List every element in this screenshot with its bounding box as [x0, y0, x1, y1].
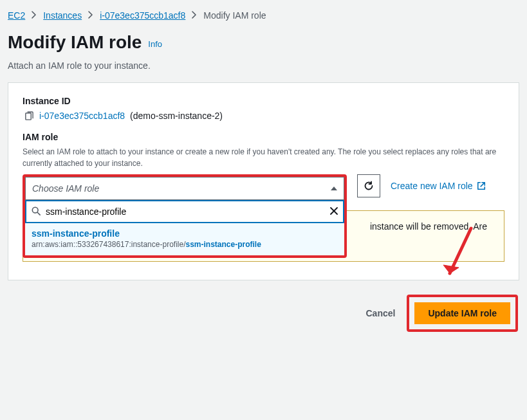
- config-panel: Instance ID i-07e3ec375ccb1acf8 (demo-ss…: [8, 82, 519, 280]
- instance-name: (demo-ssm-instance-2): [130, 111, 223, 121]
- caret-up-icon: [331, 187, 337, 190]
- update-iam-role-button[interactable]: Update IAM role: [414, 302, 510, 324]
- breadcrumb-instances[interactable]: Instances: [43, 10, 82, 21]
- external-link-icon: [477, 181, 486, 190]
- role-selection-row: Choose IAM role ssm-instance-profile arn…: [23, 174, 504, 258]
- iam-role-search-row: [25, 200, 344, 223]
- breadcrumb-current: Modify IAM role: [203, 10, 266, 21]
- iam-role-option[interactable]: ssm-instance-profile arn:aws:iam::533267…: [25, 223, 344, 255]
- svg-rect-0: [25, 113, 30, 119]
- option-title: ssm-instance-profile: [32, 228, 338, 239]
- instance-id-label: Instance ID: [23, 96, 504, 106]
- create-iam-role-link[interactable]: Create new IAM role: [391, 174, 486, 197]
- chevron-right-icon: [32, 10, 37, 21]
- chevron-right-icon: [88, 10, 93, 21]
- page-title: Modify IAM role: [8, 32, 142, 52]
- copy-icon[interactable]: [23, 110, 34, 122]
- breadcrumb-instance-id[interactable]: i-07e3ec375ccb1acf8: [100, 10, 185, 21]
- page-subtitle: Attach an IAM role to your instance.: [8, 57, 519, 82]
- action-bar: Cancel Update IAM role: [8, 280, 519, 332]
- instance-id-link[interactable]: i-07e3ec375ccb1acf8: [39, 111, 125, 121]
- search-icon: [32, 206, 41, 217]
- iam-role-placeholder: Choose IAM role: [32, 183, 99, 194]
- update-button-highlight: Update IAM role: [407, 295, 518, 332]
- iam-role-select-header[interactable]: Choose IAM role: [25, 177, 344, 200]
- option-arn-match: ssm-instance-profile: [185, 240, 261, 249]
- instance-id-row: i-07e3ec375ccb1acf8 (demo-ssm-instance-2…: [23, 110, 504, 122]
- option-arn: arn:aws:iam::533267438617:instance-profi…: [32, 240, 338, 249]
- page-header: Modify IAM role Info: [8, 32, 519, 57]
- svg-line-2: [37, 212, 40, 215]
- breadcrumb-ec2[interactable]: EC2: [8, 10, 25, 21]
- chevron-right-icon: [192, 10, 197, 21]
- refresh-button[interactable]: [357, 174, 380, 197]
- option-arn-prefix: arn:aws:iam::533267438617:instance-profi…: [32, 240, 185, 249]
- refresh-icon: [364, 181, 374, 191]
- iam-role-label: IAM role: [23, 132, 504, 142]
- breadcrumb: EC2 Instances i-07e3ec375ccb1acf8 Modify…: [8, 8, 519, 32]
- clear-icon[interactable]: [330, 206, 338, 217]
- iam-role-search-input[interactable]: [46, 206, 325, 217]
- create-iam-role-label: Create new IAM role: [391, 181, 473, 191]
- iam-role-help: Select an IAM role to attach to your ins…: [23, 146, 504, 169]
- iam-role-dropdown: Choose IAM role ssm-instance-profile arn…: [23, 174, 347, 258]
- cancel-button[interactable]: Cancel: [364, 302, 398, 325]
- info-link[interactable]: Info: [148, 39, 162, 49]
